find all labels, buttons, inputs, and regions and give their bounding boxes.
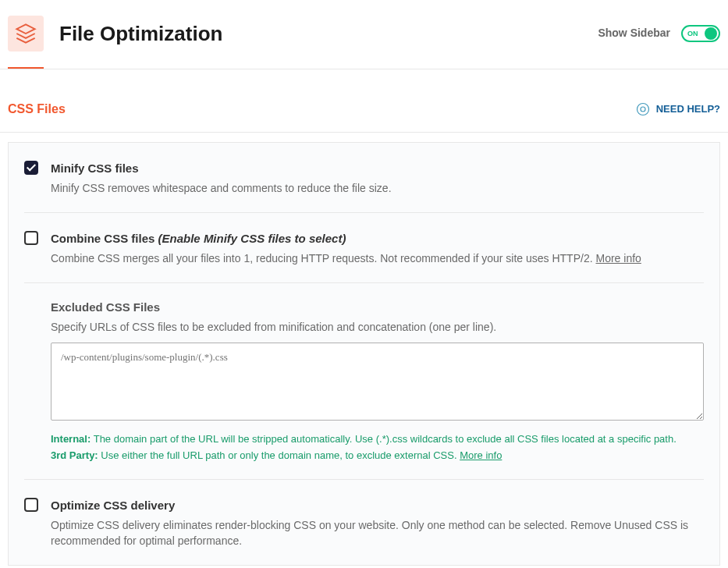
hint-internal-label: Internal: [51,433,91,445]
option-minify-css: Minify CSS files Minify CSS removes whit… [24,143,704,197]
hint-3rdparty-text: Use either the full URL path or only the… [101,449,456,461]
optimize-option-body: Optimize CSS delivery Optimize CSS deliv… [51,497,704,548]
combine-option-title: Combine CSS files (Enable Minify CSS fil… [51,230,704,247]
section-title: CSS Files [8,101,66,118]
combine-css-checkbox[interactable] [24,231,38,245]
combine-option-body: Combine CSS files (Enable Minify CSS fil… [51,230,704,267]
minify-option-desc: Minify CSS removes whitespace and commen… [51,181,704,197]
excluded-title: Excluded CSS Files [51,299,704,315]
minify-option-title: Minify CSS files [51,160,704,176]
svg-point-1 [637,104,648,115]
show-sidebar-toggle[interactable]: ON [681,25,720,42]
show-sidebar-toggle-text: ON [687,29,698,39]
excluded-css-textarea[interactable] [51,343,704,421]
combine-title-note: (Enable Minify CSS files to select) [158,232,346,245]
hint-3rdparty: 3rd Party: Use either the full URL path … [51,448,704,464]
hint-more-info-link[interactable]: More info [460,449,502,461]
help-icon [636,102,650,116]
header-left: File Optimization [8,16,222,51]
optimize-option-title: Optimize CSS delivery [51,497,704,513]
active-tab-marker [8,67,44,69]
layers-icon-tile [8,16,44,51]
need-help-link[interactable]: NEED HELP? [636,102,720,116]
need-help-text: NEED HELP? [656,102,720,116]
hint-3rdparty-label: 3rd Party: [51,449,98,461]
svg-point-2 [641,107,645,112]
optimize-option-desc: Optimize CSS delivery eliminates render-… [51,518,704,548]
option-optimize-delivery: Optimize CSS delivery Optimize CSS deliv… [24,480,704,548]
option-combine-css: Combine CSS files (Enable Minify CSS fil… [24,213,704,267]
combine-desc-text: Combine CSS merges all your files into 1… [51,252,593,264]
optimize-delivery-checkbox[interactable] [24,498,38,512]
section-header: CSS Files NEED HELP? [0,69,728,133]
hint-internal: Internal: The domain part of the URL wil… [51,431,704,448]
excluded-desc: Specify URLs of CSS files to be excluded… [51,320,704,335]
excluded-hints: Internal: The domain part of the URL wil… [51,431,704,464]
page-header: File Optimization Show Sidebar ON [0,0,728,67]
combine-more-info-link[interactable]: More info [595,252,641,264]
css-options-panel: Minify CSS files Minify CSS removes whit… [8,142,720,565]
excluded-css-block: Excluded CSS Files Specify URLs of CSS f… [51,283,704,464]
page-title: File Optimization [59,20,222,48]
minify-css-checkbox[interactable] [24,161,38,175]
hint-internal-text: The domain part of the URL will be strip… [94,433,677,445]
toggle-knob [705,27,717,40]
svg-marker-0 [16,24,34,34]
minify-option-body: Minify CSS files Minify CSS removes whit… [51,160,704,197]
show-sidebar-label: Show Sidebar [598,26,670,41]
combine-option-desc: Combine CSS merges all your files into 1… [51,251,704,267]
combine-title-text: Combine CSS files [51,232,154,245]
layers-icon [15,23,37,44]
header-right: Show Sidebar ON [598,25,720,42]
